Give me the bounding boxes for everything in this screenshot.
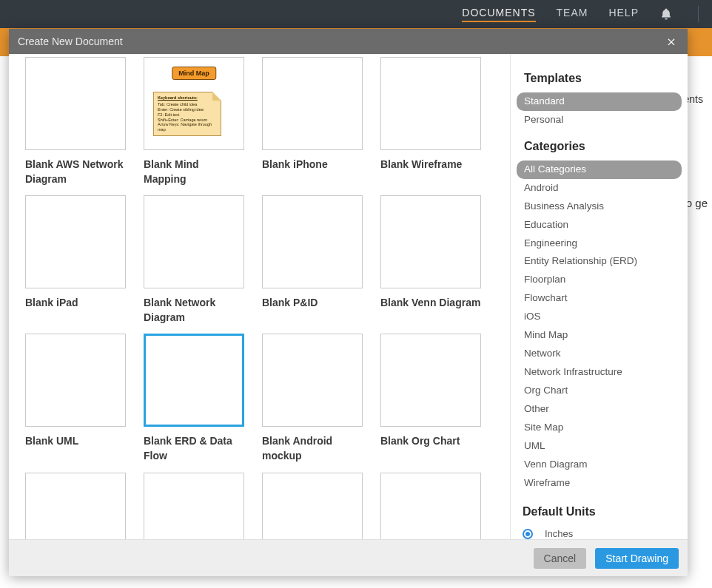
template-item: Blank Android mockup xyxy=(262,334,363,463)
category-filter-item[interactable]: Android xyxy=(517,179,682,197)
template-item: Blank Network Diagram xyxy=(144,195,244,325)
category-filter-item[interactable]: Mind Map xyxy=(517,326,682,345)
close-icon xyxy=(666,36,676,47)
template-filter-item[interactable]: Personal xyxy=(517,111,682,129)
template-thumb[interactable] xyxy=(262,195,363,288)
template-item: Blank Wireframe xyxy=(380,57,481,186)
template-item: Blank iPad xyxy=(25,195,126,325)
mindmap-badge: Mind Map xyxy=(172,67,216,80)
template-thumb[interactable] xyxy=(25,195,126,288)
modal-footer: Cancel Start Drawing xyxy=(9,539,688,576)
template-label: Blank Venn Diagram xyxy=(380,296,481,311)
unit-option[interactable]: Inches xyxy=(520,526,682,539)
template-thumb[interactable] xyxy=(25,473,126,539)
template-item: Blank ERD & Data Flow xyxy=(144,334,244,463)
nav-item-documents[interactable]: DOCUMENTS xyxy=(462,7,535,22)
create-document-modal: Create New Document Blank AWS Network Di… xyxy=(9,29,688,576)
template-item xyxy=(262,473,363,539)
template-thumb[interactable] xyxy=(25,57,126,150)
template-item: Blank Org Chart xyxy=(380,334,481,463)
radio-icon[interactable] xyxy=(523,529,533,539)
unit-label: Inches xyxy=(545,528,573,539)
template-item: Blank UML xyxy=(25,334,126,463)
modal-header: Create New Document xyxy=(9,29,688,54)
category-filter-item[interactable]: All Categories xyxy=(517,160,682,179)
template-item: Blank AWS Network Diagram xyxy=(25,57,126,186)
category-filter-item[interactable]: Business Analysis xyxy=(517,197,682,216)
template-item: Blank iPhone xyxy=(262,57,363,186)
template-label: Blank Android mockup xyxy=(262,434,363,463)
categories-heading: Categories xyxy=(524,140,682,153)
template-label: Blank iPad xyxy=(25,296,126,311)
bell-icon[interactable] xyxy=(659,7,673,21)
template-item xyxy=(25,473,126,539)
template-filter-item[interactable]: Standard xyxy=(517,92,682,111)
template-thumb[interactable] xyxy=(262,57,363,150)
category-filter-item[interactable]: Other xyxy=(517,400,682,419)
category-filter-item[interactable]: Flowchart xyxy=(517,289,682,308)
modal-title: Create New Document xyxy=(18,36,123,47)
template-label: Blank Network Diagram xyxy=(144,296,244,325)
template-label: Blank AWS Network Diagram xyxy=(25,158,126,186)
start-drawing-button[interactable]: Start Drawing xyxy=(595,548,679,569)
template-thumb[interactable] xyxy=(380,334,481,427)
category-filter-item[interactable]: Network Infrastructure xyxy=(517,363,682,382)
template-thumb[interactable]: Mind MapKeyboard shortcuts:Tab: Create c… xyxy=(144,57,244,150)
template-label: Blank UML xyxy=(25,434,126,449)
template-thumb[interactable] xyxy=(262,334,363,427)
mindmap-sticky-note: Keyboard shortcuts:Tab: Create child ide… xyxy=(153,92,221,136)
template-thumb[interactable] xyxy=(380,473,481,539)
template-item xyxy=(380,473,481,539)
category-filter-item[interactable]: Network xyxy=(517,345,682,363)
template-thumb[interactable] xyxy=(144,195,244,288)
template-thumb[interactable] xyxy=(144,473,244,539)
category-filter-item[interactable]: Venn Diagram xyxy=(517,456,682,474)
sidebar: Templates StandardPersonal Categories Al… xyxy=(510,54,688,539)
category-filter-item[interactable]: Wireframe xyxy=(517,474,682,493)
template-label: Blank Wireframe xyxy=(380,158,481,172)
cancel-button[interactable]: Cancel xyxy=(534,548,587,569)
template-label: Blank Org Chart xyxy=(380,434,481,449)
templates-heading: Templates xyxy=(524,72,682,85)
template-item: Mind MapKeyboard shortcuts:Tab: Create c… xyxy=(144,57,244,186)
template-thumb[interactable] xyxy=(380,195,481,288)
template-item xyxy=(144,473,244,539)
template-label: Blank P&ID xyxy=(262,296,363,311)
top-navbar: DOCUMENTSTEAMHELP xyxy=(0,0,712,28)
category-filter-item[interactable]: Site Map xyxy=(517,419,682,437)
default-units-section: Default Units InchesCentimeters xyxy=(517,505,682,539)
nav-separator xyxy=(698,6,699,22)
template-thumb[interactable] xyxy=(262,473,363,539)
template-label: Blank ERD & Data Flow xyxy=(144,434,244,463)
category-filter-item[interactable]: Engineering xyxy=(517,234,682,253)
template-item: Blank Venn Diagram xyxy=(380,195,481,325)
template-item: Blank P&ID xyxy=(262,195,363,325)
category-filter-item[interactable]: UML xyxy=(517,437,682,456)
category-filter-item[interactable]: Floorplan xyxy=(517,271,682,289)
category-filter-item[interactable]: Entity Relationship (ERD) xyxy=(517,252,682,271)
category-filter-item[interactable]: Org Chart xyxy=(517,382,682,400)
category-filter-item[interactable]: Education xyxy=(517,216,682,234)
template-thumb[interactable] xyxy=(380,57,481,150)
nav-item-team[interactable]: TEAM xyxy=(557,7,588,22)
template-label: Blank Mind Mapping xyxy=(144,158,244,186)
category-filter-item[interactable]: iOS xyxy=(517,308,682,326)
templates-pane[interactable]: Blank AWS Network DiagramMind MapKeyboar… xyxy=(9,54,510,539)
nav-item-help[interactable]: HELP xyxy=(608,7,639,22)
close-button[interactable] xyxy=(664,34,679,49)
template-label: Blank iPhone xyxy=(262,158,363,172)
template-thumb[interactable] xyxy=(25,334,126,427)
default-units-heading: Default Units xyxy=(523,505,682,518)
template-thumb[interactable] xyxy=(144,334,244,427)
